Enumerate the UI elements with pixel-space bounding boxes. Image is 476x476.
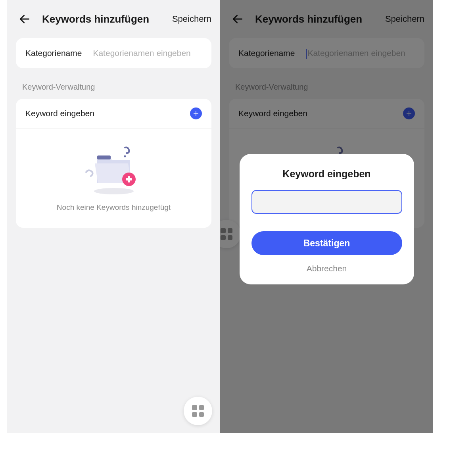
page-title: Keywords hinzufügen (42, 13, 149, 25)
category-input[interactable] (93, 48, 202, 58)
svg-point-1 (94, 188, 134, 194)
svg-rect-5 (126, 178, 132, 180)
cancel-button[interactable]: Abbrechen (251, 264, 402, 273)
screen-keywords-modal: Keywords hinzufügen Speichern Kategorien… (220, 0, 433, 433)
empty-folder-icon (78, 140, 150, 196)
keyword-header: Keyword eingeben (16, 99, 211, 129)
screen-keywords-base: Keywords hinzufügen Speichern Kategorien… (7, 0, 220, 433)
keyword-input-label: Keyword eingeben (25, 109, 94, 118)
grid-fab[interactable] (184, 397, 212, 425)
modal-title: Keyword eingeben (251, 168, 402, 180)
plus-icon (193, 110, 199, 117)
empty-text: Noch keine Keywords hinzugefügt (57, 203, 171, 212)
category-card: Kategoriename (16, 38, 211, 68)
header: Keywords hinzufügen Speichern (7, 0, 220, 38)
grid-icon (192, 405, 204, 417)
confirm-button[interactable]: Bestätigen (251, 231, 402, 255)
arrow-left-icon (18, 13, 31, 25)
back-button[interactable] (17, 12, 32, 26)
add-keyword-button[interactable] (190, 107, 202, 119)
keyword-card: Keyword eingeben (16, 99, 211, 228)
save-button[interactable]: Speichern (172, 14, 211, 24)
keyword-modal: Keyword eingeben Bestätigen Abbrechen (240, 154, 414, 284)
category-label: Kategoriename (25, 48, 82, 58)
svg-rect-2 (97, 155, 111, 159)
svg-point-6 (124, 155, 126, 157)
empty-state: Noch keine Keywords hinzugefügt (16, 129, 211, 228)
section-label: Keyword-Verwaltung (7, 76, 220, 99)
modal-keyword-input[interactable] (251, 190, 402, 214)
